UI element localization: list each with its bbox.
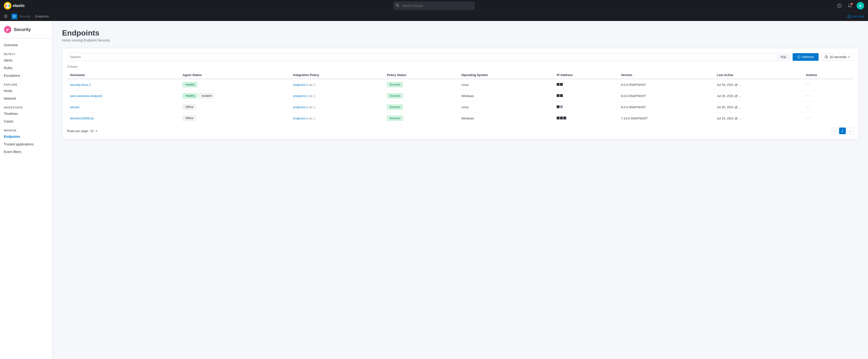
hostname-link[interactable]: security-linux-1 (70, 83, 91, 87)
policy-link[interactable]: endpoint-1 (293, 105, 308, 109)
cell-policy-status: Success (384, 113, 459, 124)
cell-ip (554, 90, 618, 102)
col-policy-status: Policy Status (384, 71, 459, 79)
policy-link[interactable]: endpoint-1 (293, 83, 308, 87)
actions-menu-button[interactable]: ··· (806, 116, 810, 120)
hostname-link[interactable]: WinDev2005Eval (70, 117, 94, 120)
pagination-row: Rows per page: 10 ‹ 1 › (67, 128, 854, 134)
agent-status-badge: Offline (183, 104, 196, 110)
table-search-input[interactable] (67, 53, 778, 61)
search-input[interactable] (394, 2, 474, 10)
cell-ip (554, 102, 618, 113)
sidebar-item-rules[interactable]: Rules (0, 64, 52, 72)
prev-page-button[interactable]: ‹ (832, 128, 838, 134)
svg-line-6 (398, 6, 399, 7)
sidebar-item-exceptions[interactable]: Exceptions (0, 72, 52, 79)
cell-agent-status: Offline (180, 113, 290, 124)
main-layout: Security Overview Detect Alerts Rules Ex… (0, 21, 868, 359)
cell-os: Windows (459, 113, 554, 124)
col-integration-policy: Integration Policy (290, 71, 384, 79)
sidebar-item-alerts[interactable]: Alerts (0, 57, 52, 64)
cell-os: Linux (459, 79, 554, 90)
kql-badge[interactable]: KQL (778, 54, 789, 60)
sidebar-app-icon (4, 26, 11, 33)
cell-version: 7.14.0-SNAPSHOT (618, 113, 714, 124)
user-avatar[interactable]: N (857, 2, 864, 9)
cell-agent-status: Offline (180, 102, 290, 113)
add-data-button[interactable]: Add data (847, 14, 864, 18)
sidebar: Security Overview Detect Alerts Rules Ex… (0, 21, 53, 359)
actions-menu-button[interactable]: ··· (806, 83, 810, 87)
col-ip: IP Address (554, 71, 618, 79)
cell-hostname: ubuntu (67, 102, 180, 113)
hostname-link[interactable]: siem-windows-endpoint (70, 94, 102, 98)
sidebar-section-manage: Manage (0, 125, 52, 133)
refresh-button[interactable]: Refresh (793, 53, 818, 61)
svg-rect-14 (6, 29, 9, 30)
table-search-wrapper[interactable]: KQL (67, 53, 790, 61)
app-name-label: elastic (13, 4, 25, 8)
page-title: Endpoints (62, 29, 859, 37)
sidebar-title: Security (14, 27, 31, 32)
col-actions: Actions (803, 71, 854, 79)
cell-actions: ··· (803, 90, 854, 102)
sidebar-item-network[interactable]: Network (0, 95, 52, 102)
breadcrumb-bar: ☰ D Security › Endpoints Add data (0, 11, 868, 21)
breadcrumb-separator: › (32, 15, 33, 18)
agent-status-badge: Healthy (183, 93, 197, 98)
actions-menu-button[interactable]: ··· (806, 94, 810, 98)
breadcrumb-security[interactable]: Security (19, 14, 30, 18)
cell-version: 8.0.0-SNAPSHOT (618, 90, 714, 102)
cell-integration-policy: endpoint-1 rev. 1 (290, 79, 384, 90)
actions-menu-button[interactable]: ··· (806, 105, 810, 109)
time-selector-label: 10 seconds (829, 55, 846, 59)
policy-rev: rev. 1 (308, 94, 315, 98)
hostname-link[interactable]: ubuntu (70, 105, 80, 109)
policy-link[interactable]: endpoint-1 (293, 94, 308, 98)
time-selector[interactable]: 10 seconds (822, 54, 854, 61)
sidebar-item-cases[interactable]: Cases (0, 118, 52, 125)
breadcrumb-app-icon: D (11, 13, 17, 19)
cell-last-active: Jul 29, 2021 @ ... (714, 79, 803, 90)
help-icon[interactable]: ? (836, 2, 843, 9)
sidebar-item-trusted-apps[interactable]: Trusted applications (0, 140, 52, 148)
breadcrumb-right-area: Add data (847, 14, 864, 18)
policy-rev: rev. 1 (308, 117, 315, 120)
cell-ip (554, 79, 618, 90)
global-search[interactable] (394, 2, 474, 10)
policy-status-badge: Success (387, 82, 403, 87)
app-logo[interactable]: elastic (4, 2, 25, 9)
svg-text:?: ? (839, 4, 840, 7)
sidebar-item-timelines[interactable]: Timelines (0, 110, 52, 118)
sidebar-item-event-filters[interactable]: Event filters (0, 148, 52, 156)
col-hostname: Hostname (67, 71, 180, 79)
cell-policy-status: Success (384, 90, 459, 102)
hosts-count: 4 Hosts (67, 65, 854, 68)
col-agent-status: Agent Status (180, 71, 290, 79)
cell-integration-policy: endpoint-1 rev. 1 (290, 102, 384, 113)
top-navigation: elastic ? N (0, 0, 868, 11)
cell-version: 8.0.0-SNAPSHOT (618, 79, 714, 90)
rows-per-page-selector[interactable]: Rows per page: 10 (67, 129, 98, 133)
cell-agent-status: HealthyIsolated (180, 90, 290, 102)
notifications-icon[interactable] (846, 2, 854, 9)
breadcrumb-endpoints[interactable]: Endpoints (35, 14, 49, 18)
cell-policy-status: Success (384, 102, 459, 113)
sidebar-item-endpoints[interactable]: Endpoints (0, 133, 52, 140)
search-icon (396, 4, 399, 8)
table-row: security-linux-1Healthyendpoint-1 rev. 1… (67, 79, 854, 90)
cell-integration-policy: endpoint-1 rev. 1 (290, 90, 384, 102)
menu-toggle-icon[interactable]: ☰ (4, 14, 8, 19)
page-1-button[interactable]: 1 (839, 128, 846, 134)
cell-ip (554, 113, 618, 124)
sidebar-item-hosts[interactable]: Hosts (0, 87, 52, 95)
sidebar-item-overview[interactable]: Overview (0, 41, 52, 49)
policy-link[interactable]: endpoint-1 (293, 117, 308, 120)
search-toolbar-row: KQL Refresh 10 seconds (67, 53, 854, 61)
svg-line-18 (826, 57, 827, 58)
endpoints-table-card: KQL Refresh 10 seconds 4 Hosts Hos (62, 48, 859, 139)
cell-actions: ··· (803, 102, 854, 113)
next-page-button[interactable]: › (847, 128, 854, 134)
svg-point-4 (8, 5, 10, 6)
cell-hostname: WinDev2005Eval (67, 113, 180, 124)
